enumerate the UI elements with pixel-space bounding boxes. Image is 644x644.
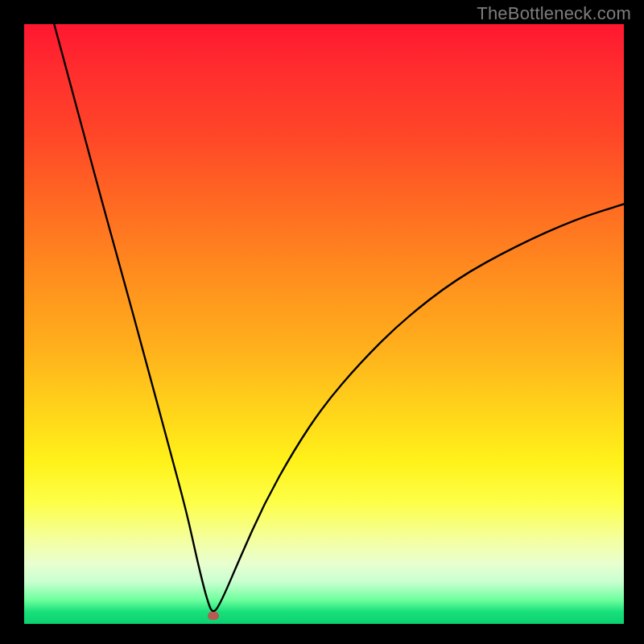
min-marker bbox=[208, 612, 219, 620]
bottleneck-curve-svg bbox=[24, 24, 624, 624]
bottleneck-curve-path bbox=[54, 24, 624, 611]
chart-frame: TheBottleneck.com bbox=[0, 0, 644, 644]
watermark-text: TheBottleneck.com bbox=[477, 3, 631, 24]
